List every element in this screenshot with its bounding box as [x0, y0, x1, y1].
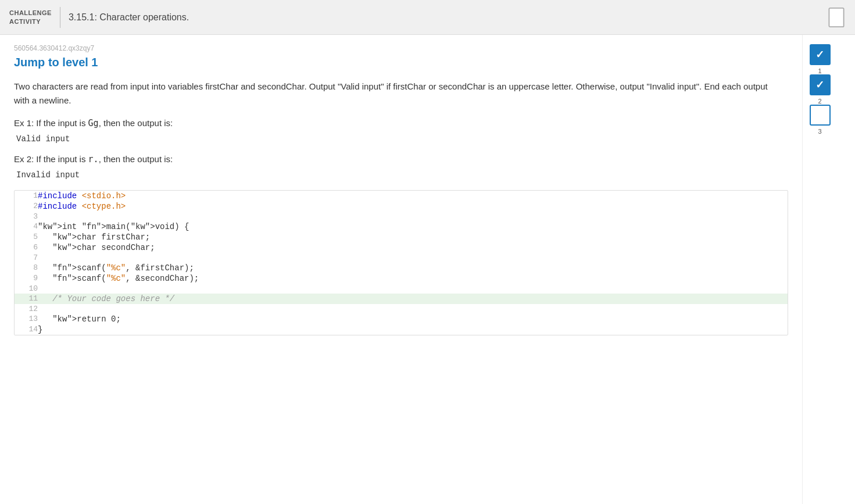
line-number: 9 — [15, 273, 38, 284]
example2-label: Ex 2: If the input is r., then the outpu… — [14, 154, 788, 165]
line-number: 11 — [15, 294, 38, 304]
challenge-activity-label: CHALLENGE ACTIVITY — [9, 9, 52, 26]
line-number: 13 — [15, 314, 38, 324]
level-badge-group-3[interactable]: 3 — [810, 105, 831, 135]
line-number: 3 — [15, 212, 38, 221]
line-code[interactable]: } — [38, 324, 788, 335]
line-number: 12 — [15, 304, 38, 314]
description-text: Two characters are read from input into … — [14, 80, 770, 108]
line-number: 7 — [15, 253, 38, 263]
session-id: 560564.3630412.qx3zqy7 — [14, 44, 788, 52]
line-code[interactable]: "kw">char secondChar; — [38, 242, 788, 253]
svg-rect-0 — [829, 8, 843, 26]
level-badge-group-1[interactable]: ✓1 — [810, 44, 831, 74]
line-number: 10 — [15, 284, 38, 294]
line-code[interactable]: "fn">scanf("%c", &secondChar); — [38, 273, 788, 284]
line-code[interactable] — [38, 253, 788, 263]
line-number: 2 — [15, 201, 38, 212]
checkmark-icon: ✓ — [815, 80, 824, 90]
checkmark-icon: ✓ — [815, 49, 824, 60]
jump-to-level[interactable]: Jump to level 1 — [14, 56, 788, 69]
example1-output: Valid input — [14, 134, 788, 144]
line-code[interactable]: "kw">int "fn">main("kw">void) { — [38, 221, 788, 232]
activity-title: 3.15.1: Character operations. — [69, 12, 189, 23]
level-3-badge[interactable] — [810, 105, 831, 126]
line-number: 8 — [15, 263, 38, 273]
level-sidebar: ✓1✓23 — [802, 35, 837, 504]
level-1-label: 1 — [818, 67, 821, 74]
level-2-label: 2 — [818, 98, 821, 105]
bookmark-icon[interactable] — [827, 7, 846, 28]
line-number: 5 — [15, 232, 38, 242]
line-code[interactable]: "kw">char firstChar; — [38, 232, 788, 242]
level-3-label: 3 — [818, 128, 821, 135]
header: CHALLENGE ACTIVITY 3.15.1: Character ope… — [0, 0, 855, 35]
content-area: 560564.3630412.qx3zqy7 Jump to level 1 T… — [0, 35, 802, 504]
line-code[interactable] — [38, 284, 788, 294]
example1-label: Ex 1: If the input is Gg, then the outpu… — [14, 118, 788, 128]
code-editor[interactable]: 1#include <stdio.h>2#include <ctype.h>34… — [14, 190, 788, 335]
line-code[interactable]: #include <ctype.h> — [38, 201, 788, 212]
line-code[interactable]: "kw">return 0; — [38, 314, 788, 324]
code-table: 1#include <stdio.h>2#include <ctype.h>34… — [15, 191, 788, 335]
header-divider — [60, 7, 60, 28]
main-layout: 560564.3630412.qx3zqy7 Jump to level 1 T… — [0, 35, 855, 504]
line-code[interactable]: "fn">scanf("%c", &firstChar); — [38, 263, 788, 273]
example2-output: Invalid input — [14, 170, 788, 180]
line-number: 6 — [15, 242, 38, 253]
level-2-badge[interactable]: ✓ — [810, 74, 831, 95]
line-code[interactable] — [38, 212, 788, 221]
line-code[interactable]: #include <stdio.h> — [38, 191, 788, 201]
level-badge-group-2[interactable]: ✓2 — [810, 74, 831, 105]
line-code[interactable]: /* Your code goes here */ — [38, 294, 788, 304]
line-number: 14 — [15, 324, 38, 335]
level-1-badge[interactable]: ✓ — [810, 44, 831, 65]
line-number: 1 — [15, 191, 38, 201]
line-code[interactable] — [38, 304, 788, 314]
line-number: 4 — [15, 221, 38, 232]
